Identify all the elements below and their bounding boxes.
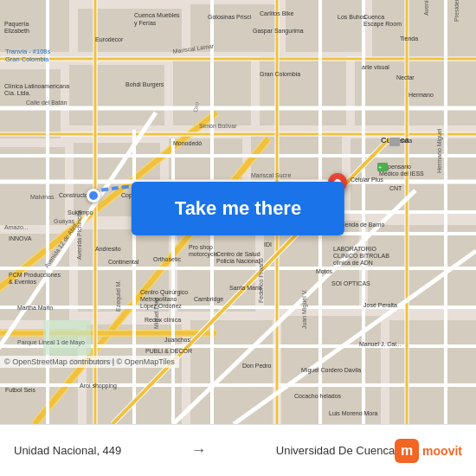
svg-text:Bohdi Burgers: Bohdi Burgers xyxy=(125,81,164,88)
svg-text:Parque Lineal 1 de Mayo: Parque Lineal 1 de Mayo xyxy=(17,339,85,346)
svg-text:Metropolitano: Metropolitano xyxy=(140,296,177,303)
svg-text:Martha Marin: Martha Marin xyxy=(17,305,53,311)
svg-rect-11 xyxy=(0,147,65,225)
svg-text:Guayas: Guayas xyxy=(54,218,75,225)
svg-text:y Ferías: y Ferías xyxy=(134,20,157,27)
svg-text:IDI: IDI xyxy=(264,241,272,248)
route-to-label: Universidad De Cuenca xyxy=(276,444,395,457)
svg-text:Tranvía - #108s: Tranvía - #108s xyxy=(5,48,50,55)
svg-text:Federico Proaño: Federico Proaño xyxy=(258,258,264,303)
svg-text:Motos: Motos xyxy=(316,268,333,274)
take-me-there-button[interactable]: Take me there xyxy=(132,182,344,235)
svg-text:motorcycle: motorcycle xyxy=(189,251,218,258)
svg-text:Cuenca: Cuenca xyxy=(363,14,384,20)
svg-text:Presidente Borr...: Presidente Borr... xyxy=(453,0,460,22)
svg-rect-153 xyxy=(389,138,400,146)
svg-text:Luis Moreno Mora: Luis Moreno Mora xyxy=(329,410,378,416)
route-arrow: → xyxy=(191,441,207,460)
svg-rect-4 xyxy=(286,0,363,52)
svg-text:Escape Room: Escape Room xyxy=(363,21,402,28)
svg-text:Centro de Salud: Centro de Salud xyxy=(216,251,261,257)
svg-text:Santa Maria: Santa Maria xyxy=(229,285,262,291)
svg-text:Juanchos: Juanchos xyxy=(164,337,190,343)
origin-marker xyxy=(87,189,100,203)
svg-text:Miguel Cordero Davila: Miguel Cordero Davila xyxy=(301,367,361,374)
svg-text:Don Pedro: Don Pedro xyxy=(242,363,272,369)
svg-text:Cuenca Muebles: Cuenca Muebles xyxy=(134,12,180,18)
svg-text:Elizabeth: Elizabeth xyxy=(4,28,29,34)
svg-text:Eurodecor: Eurodecor xyxy=(95,36,124,42)
svg-text:Futbol Seis: Futbol Seis xyxy=(5,387,36,393)
svg-rect-9 xyxy=(260,56,346,125)
svg-text:Ezequiel M.: Ezequiel M. xyxy=(115,280,122,312)
route-from-label: Unidad Nacional, 449 xyxy=(14,444,121,457)
svg-rect-25 xyxy=(389,320,476,424)
svg-text:Tienda: Tienda xyxy=(400,35,418,42)
svg-text:arte visual: arte visual xyxy=(362,64,389,70)
svg-text:Amazo...: Amazo... xyxy=(4,224,29,230)
svg-text:Cía. Ltda.: Cía. Ltda. xyxy=(4,90,30,96)
svg-text:Calle del Batán: Calle del Batán xyxy=(26,100,68,106)
svg-text:López Ordóñez: López Ordóñez xyxy=(140,303,182,310)
svg-text:Gran Colombia: Gran Colombia xyxy=(260,71,300,77)
moovit-logo: m moovit xyxy=(395,439,462,463)
route-from: Unidad Nacional, 449 xyxy=(14,444,121,457)
svg-rect-63 xyxy=(43,320,91,355)
svg-text:Tienda de Barrio: Tienda de Barrio xyxy=(340,222,385,228)
svg-text:Médico del IESS: Médico del IESS xyxy=(379,170,424,177)
svg-text:Cocacho helados: Cocacho helados xyxy=(294,393,342,399)
svg-text:Orthosetic: Orthosetic xyxy=(153,256,181,262)
svg-text:+: + xyxy=(378,164,382,170)
svg-text:Andresito: Andresito xyxy=(95,246,121,252)
svg-text:Simón Bolívar: Simón Bolívar xyxy=(199,123,237,129)
svg-text:Avenida Pichincha: Avenida Pichincha xyxy=(76,209,82,260)
svg-text:Aroi shopping: Aroi shopping xyxy=(80,383,117,389)
svg-text:Mariscal Sucre: Mariscal Sucre xyxy=(251,172,291,178)
svg-text:Avenida Borr...: Avenida Borr... xyxy=(423,0,429,16)
svg-text:PCM Producciones: PCM Producciones xyxy=(9,272,61,278)
svg-text:Nectar: Nectar xyxy=(396,74,415,80)
map-attribution: © OpenStreetMap contributors | © OpenMap… xyxy=(0,356,179,368)
moovit-icon: m xyxy=(395,439,419,463)
svg-text:CLINICO BITROLAB: CLINICO BITROLAB xyxy=(333,253,389,259)
svg-text:Gaspar Sangurima: Gaspar Sangurima xyxy=(253,28,304,35)
svg-text:Policía Nacional: Policía Nacional xyxy=(216,258,261,264)
svg-text:clínica de ADN: clínica de ADN xyxy=(333,260,373,266)
svg-text:Continental: Continental xyxy=(108,259,139,265)
svg-text:Paquería: Paquería xyxy=(4,21,29,28)
moovit-text: moovit xyxy=(422,444,462,458)
svg-text:Cambridge: Cambridge xyxy=(194,296,223,303)
svg-text:Manuel J. Cal...: Manuel J. Cal... xyxy=(359,341,402,347)
svg-text:PUBLI & DECOR: PUBLI & DECOR xyxy=(145,348,192,354)
svg-text:LABORATORIO: LABORATORIO xyxy=(333,246,376,252)
svg-text:Monodedó: Monodedó xyxy=(173,140,202,146)
svg-rect-7 xyxy=(69,65,164,125)
svg-text:Juan Miguel V.: Juan Miguel V. xyxy=(301,289,308,329)
map-container: Mariscal Lamar Simón Bolívar Avenida 12 … xyxy=(0,0,476,424)
svg-text:Sukampo: Sukampo xyxy=(68,209,93,216)
bottom-bar: Unidad Nacional, 449 → Universidad De Cu… xyxy=(0,424,476,476)
svg-text:Clínica Latinoamericana: Clínica Latinoamericana xyxy=(4,83,69,89)
svg-text:Carlitos Bike: Carlitos Bike xyxy=(260,10,293,16)
svg-text:José Peralta: José Peralta xyxy=(363,302,397,308)
svg-text:Pro shop: Pro shop xyxy=(189,244,213,251)
svg-text:Golosinas Prisci: Golosinas Prisci xyxy=(208,14,252,20)
svg-text:Celular Plus: Celular Plus xyxy=(351,177,383,183)
svg-text:Malvinas: Malvinas xyxy=(30,194,55,200)
svg-text:Los Buhos: Los Buhos xyxy=(338,14,367,20)
svg-text:Redux clínica: Redux clínica xyxy=(145,317,181,323)
route-separator: → xyxy=(121,441,276,460)
svg-text:Hermano Miguel: Hermano Miguel xyxy=(436,128,443,173)
svg-text:Centro Quirúrgico: Centro Quirúrgico xyxy=(140,289,188,296)
svg-text:INNOVA: INNOVA xyxy=(9,235,32,241)
svg-text:& Eventos: & Eventos xyxy=(9,279,36,285)
svg-text:Gran Colombia: Gran Colombia xyxy=(5,55,49,63)
svg-text:CNT: CNT xyxy=(389,185,402,191)
svg-rect-20 xyxy=(368,225,476,307)
route-to: Universidad De Cuenca xyxy=(276,444,395,457)
svg-text:SOI OPTICAS: SOI OPTICAS xyxy=(331,280,370,286)
svg-text:Hermano: Hermano xyxy=(408,92,434,98)
